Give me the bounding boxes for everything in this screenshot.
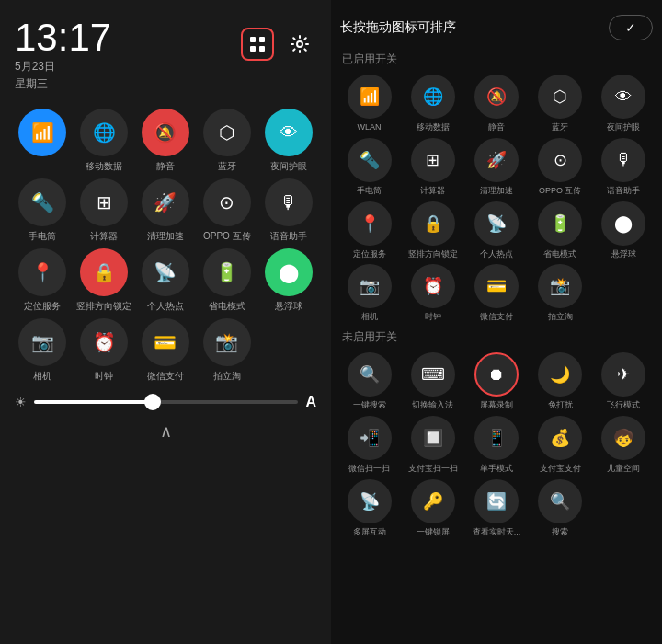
disabled-icon: 🔄 [474,479,519,523]
enabled-toggle-grid: 📶WLAN🌐移动数据🔕静音⬡蓝牙👁夜间护眼🔦手电筒⊞计算器🚀清理加速⊙OPPO … [340,75,653,322]
quick-item-wechatpay[interactable]: 💳微信支付 [138,318,194,383]
battery-label: 省电模式 [209,300,245,313]
confirm-button[interactable]: ✓ [609,15,653,40]
enabled-icon: 👁 [601,75,645,119]
quick-item-bluetooth[interactable]: ⬡蓝牙 [199,109,255,173]
eye-label: 夜间护眼 [270,160,307,173]
disabled-item[interactable]: ⌨切换输入法 [404,352,462,410]
disabled-item[interactable]: 📱单手模式 [467,416,525,474]
enabled-item[interactable]: 🔕静音 [467,75,525,132]
enabled-item[interactable]: 📸拍立淘 [531,264,589,322]
bluetooth-icon: ⬡ [203,109,251,156]
enabled-item[interactable]: 💳微信支付 [467,264,525,322]
speed-icon: 🚀 [142,178,189,226]
calc-icon: ⊞ [80,178,128,226]
enabled-icon: ⏰ [411,264,455,308]
enabled-item[interactable]: 🔦手电筒 [340,138,398,196]
quick-item-camera[interactable]: 📷相机 [15,318,71,383]
right-panel: 长按拖动图标可排序 ✓ 已启用开关 📶WLAN🌐移动数据🔕静音⬡蓝牙👁夜间护眼🔦… [331,0,662,644]
disabled-label: 单手模式 [480,464,513,474]
disabled-item[interactable]: 🔍搜索 [531,479,589,537]
enabled-item[interactable]: ⊞计算器 [404,138,462,196]
disabled-icon: 💰 [538,416,582,460]
brightness-track[interactable] [34,400,298,404]
enabled-item[interactable]: 👁夜间护眼 [595,75,653,132]
enabled-icon: 📶 [348,75,392,119]
left-panel: 13:17 5月23日 星期三 📶🌐移动数据🔕静音⬡蓝牙 [0,0,331,644]
quick-item-silent[interactable]: 🔕静音 [138,109,194,173]
enabled-icon: 🔦 [348,138,392,182]
enabled-item[interactable]: ⬤悬浮球 [595,201,653,259]
enabled-label: 定位服务 [353,249,386,259]
quick-item-rotate[interactable]: 🔒竖排方向锁定 [76,248,132,313]
quick-item-speed[interactable]: 🚀清理加速 [138,178,194,243]
disabled-item[interactable]: 📡多屏互动 [340,479,398,537]
enabled-item[interactable]: 🔒竖排方向锁定 [404,201,462,259]
disabled-icon: 🔍 [538,479,582,523]
disabled-item[interactable]: 📲微信扫一扫 [340,416,398,474]
grid-icon-btn[interactable] [241,28,274,61]
enabled-label: 相机 [361,312,378,322]
mic-icon: 🎙 [265,178,313,226]
disabled-item[interactable]: 🔍一键搜索 [340,352,398,410]
enabled-item[interactable]: 📷相机 [340,264,398,322]
enabled-label: OPPO 互传 [539,186,582,196]
quick-item-ball[interactable]: ⬤悬浮球 [260,248,316,313]
disabled-label: 免打扰 [548,400,573,410]
quick-item-hotspot[interactable]: 📡个人热点 [138,248,194,313]
disabled-item[interactable]: 🔄查看实时天... [467,479,525,537]
disabled-item[interactable]: 🔑一键锁屏 [404,479,462,537]
enabled-icon: 🔒 [411,201,455,246]
disabled-icon: 🧒 [601,416,645,460]
enabled-item[interactable]: 🎙语音助手 [595,138,653,196]
disabled-item[interactable]: 🧒儿童空间 [595,416,653,474]
quick-item-globe[interactable]: 🌐移动数据 [76,109,132,173]
quick-item-clock[interactable]: ⏰时钟 [76,318,132,383]
quick-item-eye[interactable]: 👁夜间护眼 [260,109,316,173]
ball-label: 悬浮球 [275,300,302,313]
quick-grid: 📶🌐移动数据🔕静音⬡蓝牙👁夜间护眼🔦手电筒⊞计算器🚀清理加速⊙OPPO 互传🎙语… [15,109,316,383]
enabled-item[interactable]: 🚀清理加速 [467,138,525,196]
silent-icon: 🔕 [142,109,189,156]
quick-item-oppo[interactable]: ⊙OPPO 互传 [199,178,255,243]
enabled-item[interactable]: 🔋省电模式 [531,201,589,259]
disabled-item[interactable]: 🌙免打扰 [531,352,589,410]
quick-item-mic[interactable]: 🎙语音助手 [260,178,316,243]
enabled-item[interactable]: ⏰时钟 [404,264,462,322]
calc-label: 计算器 [90,230,118,243]
enabled-label: 清理加速 [480,186,513,196]
quick-item-wifi[interactable]: 📶 [15,109,71,173]
disabled-label: 支付宝支付 [540,464,581,474]
disabled-label: 支付宝扫一扫 [408,464,458,474]
right-panel-header: 长按拖动图标可排序 ✓ [340,15,653,40]
enabled-item[interactable]: 📡个人热点 [467,201,525,259]
quick-item-location[interactable]: 📍定位服务 [15,248,71,313]
disabled-label: 切换输入法 [412,400,453,410]
disabled-item[interactable]: ⏺屏幕录制 [467,352,525,410]
enabled-icon: 💳 [474,264,519,308]
hotspot-label: 个人热点 [147,300,184,313]
quick-item-calc[interactable]: ⊞计算器 [76,178,132,243]
quick-item-torch[interactable]: 🔦手电筒 [15,178,71,243]
quick-item-battery[interactable]: 🔋省电模式 [199,248,255,313]
disabled-icon: 🔍 [348,352,392,397]
quick-item-taobao[interactable]: 📸拍立淘 [199,318,255,383]
disabled-item[interactable]: 🔲支付宝扫一扫 [404,416,462,474]
svg-rect-3 [259,46,265,52]
torch-label: 手电筒 [29,230,56,243]
enabled-item[interactable]: 📍定位服务 [340,201,398,259]
brightness-thumb[interactable] [144,394,161,410]
enabled-item[interactable]: 📶WLAN [340,75,398,132]
enabled-item[interactable]: 🌐移动数据 [404,75,462,132]
brightness-row[interactable]: ☀ A [15,390,316,414]
enabled-label: 微信支付 [480,312,513,322]
disabled-label: 一键锁屏 [417,527,450,537]
enabled-item[interactable]: ⬡蓝牙 [531,75,589,132]
speed-label: 清理加速 [147,230,184,243]
settings-icon-btn[interactable] [283,28,316,61]
enabled-item[interactable]: ⊙OPPO 互传 [531,138,589,196]
time-display: 13:17 [15,18,111,57]
disabled-item[interactable]: 💰支付宝支付 [531,416,589,474]
enabled-icon: 🔕 [474,75,519,119]
disabled-item[interactable]: ✈飞行模式 [595,352,653,410]
